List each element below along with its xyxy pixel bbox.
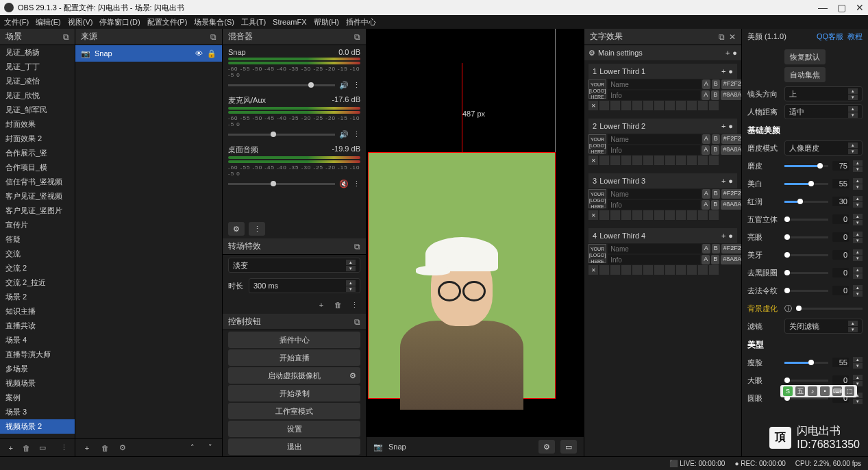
scene-item[interactable]: 见证_杨扬	[0, 45, 75, 60]
transition-select[interactable]: 淡变 ▴▾	[228, 258, 360, 273]
preset-icon[interactable]	[676, 265, 686, 275]
color-badge[interactable]: #F2F2F	[721, 189, 741, 199]
spinner[interactable]: ▴▾	[853, 249, 863, 261]
close-icon[interactable]: ✕	[856, 2, 864, 13]
color-badge[interactable]: #8A8A8	[721, 90, 741, 100]
add-icon[interactable]: +	[721, 122, 726, 130]
scene-item[interactable]: 直播导演大师	[0, 347, 75, 362]
spinner[interactable]: ▴▾	[853, 285, 863, 297]
scene-item[interactable]: 场景 2	[0, 290, 75, 304]
preview-settings-button[interactable]: ⚙	[538, 440, 555, 454]
toggle-icon[interactable]: ●	[728, 122, 733, 130]
volume-slider[interactable]	[228, 183, 335, 185]
add-transition-button[interactable]: +	[315, 299, 327, 311]
popout-icon[interactable]: ⧉	[354, 317, 360, 327]
bgblur-slider[interactable]	[796, 308, 863, 310]
preset-icon[interactable]	[687, 210, 697, 220]
preset-icon[interactable]	[665, 101, 675, 110]
scene-item[interactable]: 案例	[0, 391, 75, 405]
spinner[interactable]: ▴▾	[853, 375, 863, 386]
preset-icon[interactable]	[621, 101, 631, 110]
preset-icon[interactable]	[643, 210, 653, 220]
preset-icon[interactable]	[687, 101, 697, 110]
name-input[interactable]	[608, 79, 701, 89]
preset-icon[interactable]	[632, 101, 642, 110]
channel-menu[interactable]: ⋮	[353, 180, 360, 188]
preview-layout-button[interactable]: ▭	[560, 440, 577, 454]
toggle-icon[interactable]: ●	[732, 49, 737, 57]
source-settings-button[interactable]: ⚙	[116, 442, 129, 454]
volume-slider[interactable]	[228, 84, 335, 86]
source-item[interactable]: 📷 Snap 👁 🔒	[75, 45, 222, 62]
scene-item[interactable]: 交流 2	[0, 261, 75, 275]
toggle-icon[interactable]: ●	[728, 177, 733, 185]
menu-item[interactable]: 插件中心	[346, 17, 376, 27]
name-input[interactable]	[608, 189, 701, 199]
preset-icon[interactable]	[621, 210, 631, 220]
preset-icon[interactable]	[599, 265, 609, 275]
add-icon[interactable]: +	[721, 67, 726, 75]
preset-icon[interactable]	[709, 210, 719, 220]
menu-item[interactable]: 停靠窗口(D)	[99, 17, 140, 27]
mixer-settings-button[interactable]: ⚙	[228, 222, 245, 236]
preset-icon[interactable]	[676, 101, 686, 110]
close-icon[interactable]: ✕	[588, 210, 598, 220]
color-badge[interactable]: #8A8A8	[721, 255, 741, 264]
add-icon[interactable]: +	[726, 49, 730, 57]
volume-slider[interactable]	[228, 134, 335, 136]
logo-placeholder[interactable]: YOUR [LOGO] HERE	[588, 134, 606, 153]
preset-icon[interactable]	[698, 101, 708, 110]
beauty-slider[interactable]	[784, 362, 828, 364]
transition-menu-button[interactable]: ⋮	[348, 299, 360, 311]
preset-icon[interactable]	[654, 156, 664, 165]
control-button[interactable]: 设置	[228, 421, 360, 437]
preset-icon[interactable]	[654, 210, 664, 220]
beauty-slider[interactable]	[784, 290, 828, 292]
menu-item[interactable]: 文件(F)	[4, 17, 29, 27]
tutorial-link[interactable]: 教程	[847, 32, 863, 42]
preset-icon[interactable]	[610, 156, 620, 165]
info-input[interactable]	[608, 255, 700, 264]
control-button[interactable]: 开始直播	[228, 349, 360, 366]
preset-icon[interactable]	[643, 101, 653, 110]
mute-icon[interactable]: 🔇	[339, 180, 349, 188]
scene-item[interactable]: 见证_邹军民	[0, 103, 75, 117]
spinner[interactable]: ▴▾	[853, 160, 863, 172]
spinner[interactable]: ▴▾	[853, 196, 863, 208]
close-panel-icon[interactable]: ✕	[729, 32, 736, 42]
preset-icon[interactable]	[654, 265, 664, 275]
scene-item[interactable]: 直播共读	[0, 319, 75, 333]
preset-icon[interactable]	[610, 210, 620, 220]
channel-menu[interactable]: ⋮	[353, 130, 360, 139]
color-badge[interactable]: #F2F2F	[721, 244, 741, 253]
add-scene-button[interactable]: +	[5, 442, 16, 454]
control-button[interactable]: 退出	[228, 438, 360, 455]
menu-item[interactable]: 帮助(H)	[314, 17, 339, 27]
preset-icon[interactable]	[698, 156, 708, 165]
add-icon[interactable]: +	[721, 232, 726, 240]
scene-item[interactable]: 场景 3	[0, 405, 75, 419]
scene-item[interactable]: 封面效果	[0, 117, 75, 132]
preset-icon[interactable]	[632, 156, 642, 165]
preset-icon[interactable]	[654, 101, 664, 110]
preset-icon[interactable]	[632, 210, 642, 220]
menu-item[interactable]: 工具(T)	[241, 17, 266, 27]
popout-icon[interactable]: ⧉	[210, 32, 216, 42]
preset-icon[interactable]	[665, 265, 675, 275]
preset-icon[interactable]	[698, 265, 708, 275]
popout-icon[interactable]: ⧉	[354, 242, 360, 251]
lock-icon[interactable]: 🔒	[207, 49, 216, 58]
maximize-icon[interactable]: ▢	[837, 2, 846, 13]
info-input[interactable]	[608, 90, 700, 100]
name-input[interactable]	[608, 244, 701, 253]
toggle-icon[interactable]: ●	[728, 67, 733, 75]
gear-icon[interactable]: ⚙	[349, 371, 356, 380]
add-source-button[interactable]: +	[81, 442, 93, 454]
menu-item[interactable]: StreamFX	[273, 18, 307, 26]
preset-icon[interactable]	[621, 265, 631, 275]
control-button[interactable]: 开始录制	[228, 385, 360, 401]
scene-item[interactable]: 见证_丁丁	[0, 60, 75, 74]
channel-menu[interactable]: ⋮	[353, 81, 360, 90]
preset-icon[interactable]	[610, 265, 620, 275]
preset-icon[interactable]	[621, 156, 631, 165]
